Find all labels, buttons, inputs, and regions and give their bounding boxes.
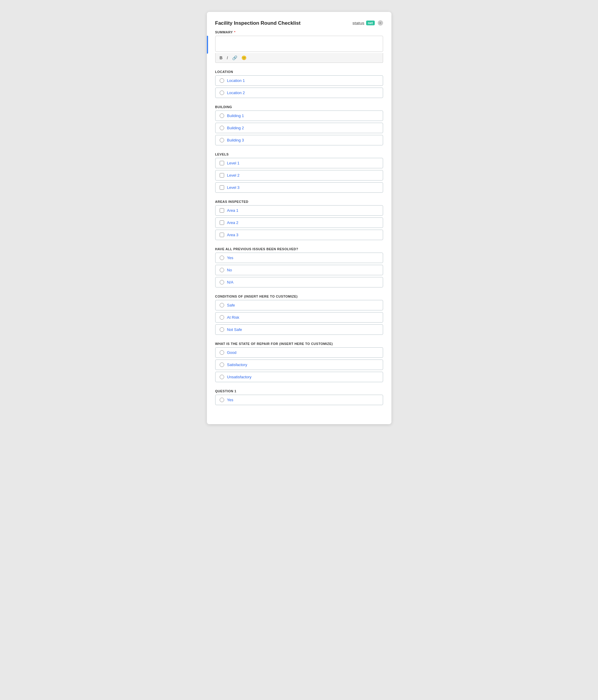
location-option-1[interactable]: Location 1 — [215, 75, 383, 86]
building-option-2[interactable]: Building 2 — [215, 123, 383, 133]
area-checkbox-1[interactable] — [220, 208, 224, 213]
building-option-1[interactable]: Building 1 — [215, 110, 383, 121]
location-radio-2[interactable] — [220, 91, 224, 95]
issues-option-yes-label: Yes — [227, 256, 233, 260]
question1-section: QUESTION 1 Yes — [215, 389, 383, 405]
question1-label: QUESTION 1 — [215, 389, 383, 393]
status-wrapper: status net × — [353, 20, 383, 26]
issues-radio-na[interactable] — [220, 280, 224, 284]
repair-label: WHAT IS THE STATE OF REPAIR FOR (INSERT … — [215, 342, 383, 346]
previous-issues-label: HAVE ALL PREVIOUS ISSUES BEEN RESOLVED? — [215, 247, 383, 251]
area-option-3-label: Area 3 — [227, 233, 238, 237]
level-checkbox-2[interactable] — [220, 173, 224, 177]
repair-radio-good[interactable] — [220, 350, 224, 355]
area-checkbox-2[interactable] — [220, 220, 224, 225]
conditions-label: CONDITIONS OF (INSERT HERE TO CUSTOMIZE) — [215, 295, 383, 298]
location-section: LOCATION Location 1 Location 2 — [215, 70, 383, 98]
building-label: BUILDING — [215, 105, 383, 109]
repair-section: WHAT IS THE STATE OF REPAIR FOR (INSERT … — [215, 342, 383, 382]
card-title: Facility Inspection Round Checklist — [215, 20, 301, 26]
repair-option-satisfactory-label: Satisfactory — [227, 362, 248, 367]
question1-radio-yes[interactable] — [220, 398, 224, 402]
link-button[interactable]: 🔗 — [232, 55, 238, 60]
close-button[interactable]: × — [378, 20, 383, 26]
summary-section: SUMMARY * B I 🔗 🙂 — [215, 30, 383, 63]
areas-label: AREAS INSPECTED — [215, 200, 383, 203]
location-option-2[interactable]: Location 2 — [215, 88, 383, 98]
building-radio-2[interactable] — [220, 126, 224, 130]
issues-option-na-label: N/A — [227, 280, 234, 284]
repair-option-satisfactory[interactable]: Satisfactory — [215, 359, 383, 370]
summary-label: SUMMARY * — [215, 30, 383, 34]
issues-option-yes[interactable]: Yes — [215, 253, 383, 263]
repair-radio-unsatisfactory[interactable] — [220, 375, 224, 379]
level-option-2-label: Level 2 — [227, 173, 240, 177]
levels-label: LEVELS — [215, 152, 383, 156]
location-radio-1[interactable] — [220, 78, 224, 83]
conditions-option-not-safe[interactable]: Not Safe — [215, 324, 383, 335]
italic-button[interactable]: I — [226, 55, 229, 60]
repair-option-good[interactable]: Good — [215, 347, 383, 358]
issues-radio-no[interactable] — [220, 268, 224, 272]
building-option-2-label: Building 2 — [227, 126, 244, 130]
question1-option-yes[interactable]: Yes — [215, 395, 383, 405]
conditions-radio-safe[interactable] — [220, 303, 224, 307]
issues-radio-yes[interactable] — [220, 256, 224, 260]
area-option-2-label: Area 2 — [227, 220, 238, 225]
area-option-2[interactable]: Area 2 — [215, 218, 383, 228]
level-option-2[interactable]: Level 2 — [215, 170, 383, 180]
conditions-option-safe-label: Safe — [227, 303, 235, 307]
conditions-radio-not-safe[interactable] — [220, 327, 224, 332]
status-badge: net — [366, 21, 375, 25]
level-option-1[interactable]: Level 1 — [215, 158, 383, 168]
level-checkbox-1[interactable] — [220, 161, 224, 165]
location-option-1-label: Location 1 — [227, 78, 245, 83]
building-option-1-label: Building 1 — [227, 114, 244, 118]
required-star: * — [234, 30, 235, 34]
level-option-1-label: Level 1 — [227, 161, 240, 165]
location-label: LOCATION — [215, 70, 383, 74]
repair-option-unsatisfactory[interactable]: Unsatisfactory — [215, 372, 383, 382]
issues-option-na[interactable]: N/A — [215, 277, 383, 288]
levels-section: LEVELS Level 1 Level 2 Level 3 — [215, 152, 383, 193]
question1-option-yes-label: Yes — [227, 398, 233, 402]
location-option-2-label: Location 2 — [227, 91, 245, 95]
left-accent-bar — [207, 36, 208, 54]
conditions-option-at-risk[interactable]: At Risk — [215, 312, 383, 323]
repair-option-good-label: Good — [227, 350, 237, 355]
area-option-1-label: Area 1 — [227, 208, 238, 213]
card-header: Facility Inspection Round Checklist stat… — [215, 20, 383, 26]
repair-option-unsatisfactory-label: Unsatisfactory — [227, 375, 252, 379]
bold-button[interactable]: B — [219, 55, 223, 60]
building-section: BUILDING Building 1 Building 2 Building … — [215, 105, 383, 145]
issues-option-no[interactable]: No — [215, 265, 383, 275]
building-option-3[interactable]: Building 3 — [215, 135, 383, 145]
emoji-button[interactable]: 🙂 — [241, 55, 247, 60]
building-radio-3[interactable] — [220, 138, 224, 142]
main-card: Facility Inspection Round Checklist stat… — [207, 12, 391, 424]
summary-input[interactable] — [215, 36, 383, 52]
conditions-radio-at-risk[interactable] — [220, 315, 224, 320]
conditions-option-at-risk-label: At Risk — [227, 315, 239, 320]
building-radio-1[interactable] — [220, 114, 224, 118]
editor-toolbar: B I 🔗 🙂 — [215, 53, 383, 63]
area-option-3[interactable]: Area 3 — [215, 230, 383, 240]
repair-radio-satisfactory[interactable] — [220, 362, 224, 367]
area-option-1[interactable]: Area 1 — [215, 205, 383, 216]
area-checkbox-3[interactable] — [220, 233, 224, 237]
conditions-option-safe[interactable]: Safe — [215, 300, 383, 310]
building-option-3-label: Building 3 — [227, 138, 244, 142]
issues-option-no-label: No — [227, 268, 232, 272]
conditions-section: CONDITIONS OF (INSERT HERE TO CUSTOMIZE)… — [215, 295, 383, 335]
level-checkbox-3[interactable] — [220, 185, 224, 190]
level-option-3[interactable]: Level 3 — [215, 182, 383, 193]
areas-section: AREAS INSPECTED Area 1 Area 2 Area 3 — [215, 200, 383, 240]
status-label: status — [353, 21, 364, 26]
level-option-3-label: Level 3 — [227, 185, 240, 190]
conditions-option-not-safe-label: Not Safe — [227, 327, 242, 332]
previous-issues-section: HAVE ALL PREVIOUS ISSUES BEEN RESOLVED? … — [215, 247, 383, 288]
